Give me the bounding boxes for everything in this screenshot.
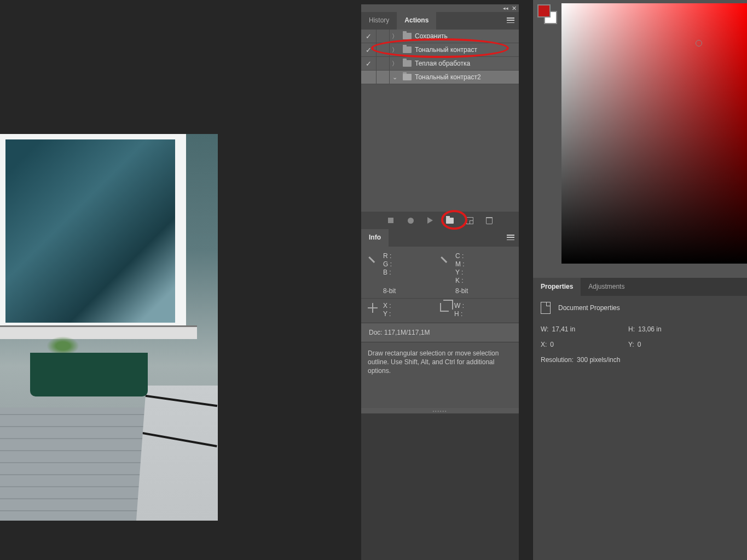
info-tab-row: Info [361,229,519,247]
checkmark-icon: ✓ [366,46,372,54]
action-set-label: Сохранить [415,32,448,40]
rgb-readout: R : G : B : [383,252,392,285]
action-check-col[interactable]: ✓ [361,30,377,43]
color-field[interactable] [561,3,747,264]
eyedropper-icon [438,253,451,267]
chevron-right-icon[interactable]: 〉 [390,60,399,68]
photo-window-glass [5,139,175,323]
action-set-row[interactable]: ✓ 〉 Теплая обработка [361,57,519,71]
panel-shadow [361,411,519,560]
color-swatches[interactable] [537,4,551,18]
crosshair-icon [368,303,378,313]
action-set-label: Тональный контраст2 [415,73,481,81]
actions-list: ✓ 〉 Сохранить ✓ 〉 Тональный контраст ✓ 〉… [361,30,519,212]
chevron-down-icon[interactable]: ⌄ [390,74,399,81]
tab-history[interactable]: History [361,12,397,30]
xy-readout: X : Y : [383,302,391,318]
properties-section-title: Document Properties [558,304,620,312]
folder-icon [403,46,412,53]
prop-width: W:17,41 in [541,325,595,333]
tab-properties[interactable]: Properties [533,278,581,296]
prop-height: H:13,06 in [628,325,683,333]
actions-panel: ◂◂ ✕ History Actions ✓ 〉 Сохранить ✓ 〉 Т… [361,4,519,229]
action-check-col[interactable]: ✓ [361,57,377,70]
dimensions-icon [440,303,449,312]
bit-depth-right: 8-bit [455,287,468,295]
tab-adjustments[interactable]: Adjustments [581,278,632,296]
collapse-icon[interactable]: ◂◂ [503,5,508,11]
info-help-text: Draw rectangular selection or move selec… [368,347,512,402]
new-action-button[interactable] [466,217,473,224]
action-dialog-col[interactable] [377,57,390,70]
doc-size-line: Doc: 117,1M/117,1M [361,323,519,342]
folder-icon [403,33,412,39]
action-dialog-col[interactable] [377,43,390,56]
photo-sill [0,325,197,339]
close-icon[interactable]: ✕ [512,5,517,12]
action-set-row-selected[interactable]: ⌄ Тональный контраст2 [361,71,519,84]
prop-x: X:0 [541,341,595,348]
cmyk-readout: C : M : Y : K : [455,252,465,285]
annotation-ellipse-button [441,210,467,230]
action-set-label: Тональный контраст [415,46,477,54]
foreground-swatch[interactable] [537,4,551,18]
photo-planter [30,353,148,396]
panel-menu-icon[interactable] [507,18,514,23]
right-dock: Properties Adjustments Document Properti… [532,0,747,560]
document-icon [541,302,551,314]
properties-tab-row: Properties Adjustments [533,278,747,296]
info-body: R : G : B : C : M : Y : K : [361,247,519,408]
actions-tab-row: History Actions [361,12,519,30]
photo-window-frame [0,134,186,331]
properties-section-header: Document Properties [533,296,747,320]
action-set-row[interactable]: ✓ 〉 Тональный контраст [361,43,519,57]
tab-actions[interactable]: Actions [397,12,436,30]
color-field-handle[interactable] [696,40,702,46]
wh-readout: W : H : [454,302,464,318]
folder-open-icon [403,74,412,80]
properties-body: W:17,41 in H:13,06 in X:0 Y:0 Resolution… [533,320,747,560]
prop-resolution: Resolution:300 pixels/inch [541,356,620,364]
checkmark-icon: ✓ [366,60,372,68]
prop-y: Y:0 [628,341,683,348]
info-panel: Info R : G : B : C : M : [361,229,519,413]
action-dialog-col[interactable] [377,30,390,43]
checkmark-icon: ✓ [366,32,372,40]
stop-button[interactable] [387,217,395,224]
play-button[interactable] [426,217,434,224]
eyedropper-icon [366,253,379,267]
floating-panel-column: ◂◂ ✕ History Actions ✓ 〉 Сохранить ✓ 〉 Т… [361,4,519,413]
action-set-row[interactable]: ✓ 〉 Сохранить [361,30,519,43]
canvas-photo[interactable] [0,134,218,521]
bit-depth-left: 8-bit [383,287,396,295]
action-set-label: Теплая обработка [415,60,470,67]
panel-drag-handle[interactable]: •••••• [361,408,519,413]
actions-toolbar [361,212,519,229]
action-check-col[interactable] [361,71,377,84]
action-check-col[interactable]: ✓ [361,43,377,56]
folder-icon [403,60,412,67]
panel-menu-icon[interactable] [507,235,514,240]
delete-button[interactable] [485,217,493,224]
record-button[interactable] [407,217,414,224]
chevron-right-icon[interactable]: 〉 [390,46,399,54]
chevron-right-icon[interactable]: 〉 [390,32,399,40]
action-dialog-col[interactable] [377,71,390,84]
panel-header-bar: ◂◂ ✕ [361,4,519,12]
tab-info[interactable]: Info [361,229,389,247]
new-set-button[interactable] [446,217,454,224]
